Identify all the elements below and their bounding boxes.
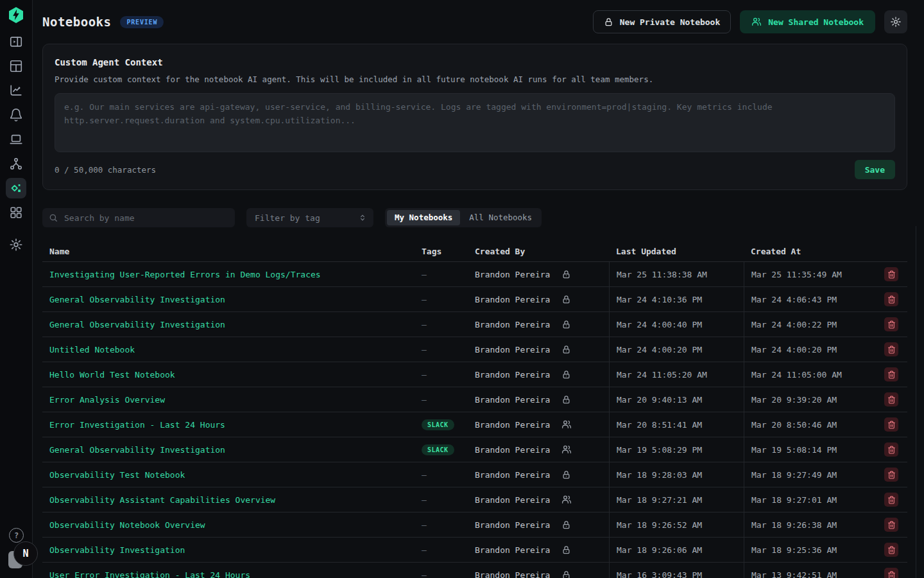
lock-icon	[561, 320, 571, 329]
settings-gear-icon[interactable]	[6, 234, 26, 255]
notebook-name-link[interactable]: Observability Assistant Capabilities Ove…	[49, 495, 275, 505]
notebooks-page: ? N Notebooks PREVIEW New Private Notebo…	[0, 0, 924, 578]
lock-icon	[561, 295, 571, 304]
tag-cell-content: SLACK	[422, 419, 454, 430]
shared-users-icon	[561, 495, 572, 505]
notebook-name-link[interactable]: General Observability Investigation	[49, 320, 225, 329]
shared-users-icon	[561, 444, 572, 455]
delete-notebook-button[interactable]	[884, 267, 898, 281]
table-header-row: Name Tags Created By Last Updated Create…	[42, 241, 907, 262]
bell-icon[interactable]	[6, 105, 26, 125]
table-row[interactable]: Observability Test Notebook — Brandon Pe…	[42, 462, 907, 487]
apps-grid-icon[interactable]	[6, 202, 26, 223]
notebook-name-link[interactable]: Untitled Notebook	[49, 345, 135, 355]
notebook-name-link[interactable]: General Observability Investigation	[49, 445, 225, 455]
app-logo-icon[interactable]	[7, 6, 25, 24]
search-input[interactable]	[63, 213, 228, 223]
lock-icon	[561, 520, 571, 530]
table-row[interactable]: General Observability Investigation — Br…	[42, 312, 907, 337]
notebook-name-link[interactable]: Error Analysis Overview	[49, 395, 165, 405]
notebooks-settings-button[interactable]	[884, 10, 907, 33]
table-row[interactable]: General Observability Investigation — Br…	[42, 287, 907, 312]
lock-icon	[561, 570, 571, 578]
delete-notebook-button[interactable]	[884, 468, 898, 482]
table-icon[interactable]	[6, 56, 26, 76]
created-by-name: Brandon Pereira	[475, 345, 550, 355]
lock-icon	[561, 370, 571, 380]
chevron-up-down-icon	[358, 213, 367, 222]
created-by-name: Brandon Pereira	[475, 445, 550, 455]
table-row[interactable]: Untitled Notebook — Brandon Pereira Mar …	[42, 337, 907, 362]
last-updated-cell: Mar 25 11:38:38 AM	[617, 270, 707, 279]
new-shared-notebook-button[interactable]: New Shared Notebook	[740, 10, 875, 33]
delete-notebook-button[interactable]	[884, 518, 898, 532]
table-row[interactable]: Investigating User-Reported Errors in De…	[42, 262, 907, 287]
table-row[interactable]: General Observability Investigation SLAC…	[42, 437, 907, 462]
notebook-name-link[interactable]: Observability Investigation	[49, 545, 185, 555]
hierarchy-icon[interactable]	[6, 153, 26, 174]
created-at-cell: Mar 18 9:25:36 AM	[751, 545, 837, 555]
tab-all-notebooks[interactable]: All Notebooks	[461, 210, 540, 225]
table-row[interactable]: Observability Assistant Capabilities Ove…	[42, 487, 907, 512]
tag-cell-content: —	[422, 395, 427, 405]
delete-notebook-button[interactable]	[884, 392, 898, 407]
created-at-cell: Mar 18 9:27:49 AM	[751, 470, 837, 480]
save-button[interactable]: Save	[855, 160, 895, 179]
tag-cell-content: —	[422, 370, 427, 380]
delete-notebook-button[interactable]	[884, 292, 898, 306]
table-row[interactable]: Error Analysis Overview — Brandon Pereir…	[42, 387, 907, 412]
notebook-name-link[interactable]: Observability Notebook Overview	[49, 520, 205, 530]
agent-context-textarea[interactable]	[55, 93, 895, 152]
panel-toggle-icon[interactable]	[6, 31, 26, 52]
search-box[interactable]	[42, 208, 235, 227]
delete-notebook-button[interactable]	[884, 493, 898, 507]
table-row[interactable]: Observability Investigation — Brandon Pe…	[42, 538, 907, 563]
laptop-icon[interactable]	[6, 129, 26, 150]
filter-row: Filter by tag My Notebooks All Notebooks	[42, 208, 907, 227]
custom-agent-context-card: Custom Agent Context Provide custom cont…	[42, 44, 907, 190]
tag-cell-content: —	[422, 520, 427, 530]
delete-notebook-button[interactable]	[884, 342, 898, 356]
notebook-name-link[interactable]: User Error Investigation - Last 24 Hours	[49, 570, 250, 578]
tag-cell-content: SLACK	[422, 444, 454, 455]
created-at-cell: Mar 25 11:35:49 AM	[751, 270, 842, 279]
created-at-cell: Mar 24 4:00:22 PM	[751, 320, 837, 329]
delete-notebook-button[interactable]	[884, 543, 898, 557]
presence-avatar[interactable]: N	[13, 541, 38, 566]
tag-cell-content: —	[422, 295, 427, 304]
sparkles-icon[interactable]	[6, 178, 26, 198]
delete-notebook-button[interactable]	[884, 367, 898, 381]
table-row[interactable]: User Error Investigation - Last 24 Hours…	[42, 563, 907, 578]
new-private-notebook-button[interactable]: New Private Notebook	[593, 10, 732, 33]
delete-notebook-button[interactable]	[884, 417, 898, 432]
delete-notebook-button[interactable]	[884, 442, 898, 457]
notebook-name-link[interactable]: Observability Test Notebook	[49, 470, 185, 480]
users-icon	[751, 17, 762, 27]
metrics-chart-icon[interactable]	[6, 80, 26, 101]
delete-notebook-button[interactable]	[884, 317, 898, 331]
lock-icon	[561, 470, 571, 480]
table-row[interactable]: Observability Notebook Overview — Brando…	[42, 512, 907, 538]
main-content: Notebooks PREVIEW New Private Notebook	[32, 0, 924, 578]
created-at-cell: Mar 24 4:06:43 PM	[751, 295, 837, 304]
last-updated-cell: Mar 18 9:26:52 AM	[617, 520, 702, 530]
notebook-name-link[interactable]: Hello World Test Notebook	[49, 370, 175, 380]
column-header-name: Name	[42, 247, 415, 256]
notebook-name-link[interactable]: Error Investigation - Last 24 Hours	[49, 420, 225, 430]
tab-my-notebooks[interactable]: My Notebooks	[387, 210, 460, 225]
tag-filter-select[interactable]: Filter by tag	[246, 208, 373, 227]
notebook-name-link[interactable]: Investigating User-Reported Errors in De…	[49, 270, 321, 279]
table-row[interactable]: Error Investigation - Last 24 Hours SLAC…	[42, 412, 907, 437]
last-updated-cell: Mar 18 9:26:06 AM	[617, 545, 702, 555]
new-shared-notebook-label: New Shared Notebook	[768, 17, 864, 27]
help-icon[interactable]: ?	[9, 528, 24, 543]
notebook-name-link[interactable]: General Observability Investigation	[49, 295, 225, 304]
shared-users-icon	[561, 419, 572, 430]
notebooks-table: Name Tags Created By Last Updated Create…	[42, 241, 907, 578]
column-header-tags: Tags	[415, 247, 468, 256]
table-row[interactable]: Hello World Test Notebook — Brandon Pere…	[42, 362, 907, 387]
scrollbar-track[interactable]	[916, 226, 916, 578]
new-private-notebook-label: New Private Notebook	[620, 17, 721, 27]
tag-cell-content: —	[422, 320, 427, 329]
delete-notebook-button[interactable]	[884, 568, 898, 578]
